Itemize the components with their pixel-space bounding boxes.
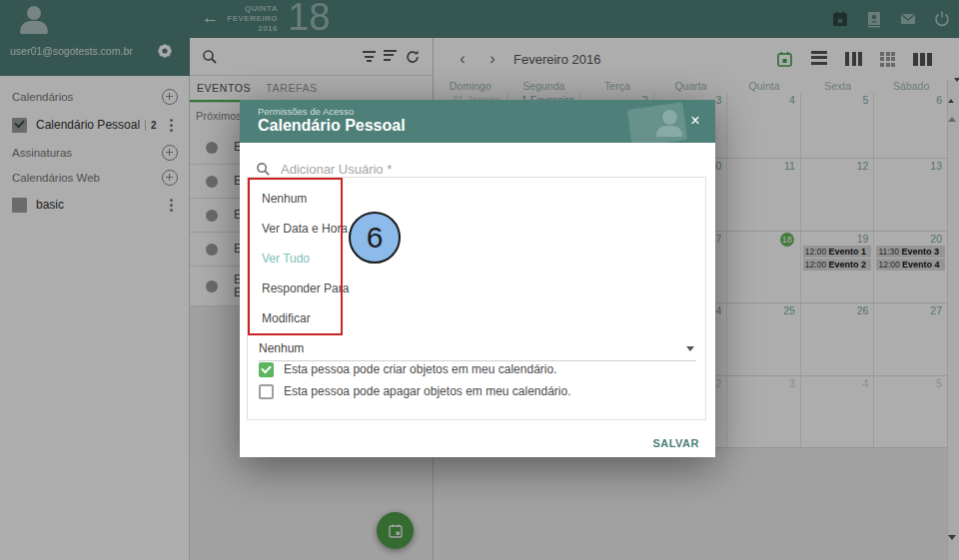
permission-checkbox-row[interactable]: Esta pessoa pode criar objetos em meu ca… bbox=[259, 359, 698, 379]
rights-select-value: Nenhum bbox=[259, 341, 304, 355]
dialog-header: Permissões de Acesso Calendário Pessoal … bbox=[240, 100, 715, 143]
contact-folder-watermark-icon bbox=[629, 102, 685, 143]
checkbox-checked[interactable] bbox=[259, 362, 274, 377]
dialog-title: Calendário Pessoal bbox=[258, 117, 406, 135]
dialog-overline: Permissões de Acesso bbox=[258, 106, 354, 117]
search-icon bbox=[256, 162, 271, 177]
add-user-input[interactable] bbox=[279, 161, 695, 178]
checkbox-unchecked[interactable] bbox=[259, 384, 274, 399]
rights-select[interactable]: Nenhum bbox=[259, 337, 696, 361]
annotation-highlight-box bbox=[248, 178, 343, 335]
checkbox-label: Esta pessoa pode apagar objetos em meu c… bbox=[284, 384, 571, 398]
checkbox-label: Esta pessoa pode criar objetos em meu ca… bbox=[284, 362, 557, 376]
save-button[interactable]: SALVAR bbox=[652, 437, 699, 449]
annotation-step-marker: 6 bbox=[349, 212, 401, 264]
close-icon[interactable]: × bbox=[685, 111, 705, 131]
sogo-calendar-app: user01@sogotests.com.br Calendários Cale… bbox=[0, 0, 959, 560]
chevron-down-icon bbox=[686, 346, 694, 351]
annotation-step-number: 6 bbox=[367, 221, 384, 255]
permission-checkbox-row[interactable]: Esta pessoa pode apagar objetos em meu c… bbox=[259, 381, 698, 401]
